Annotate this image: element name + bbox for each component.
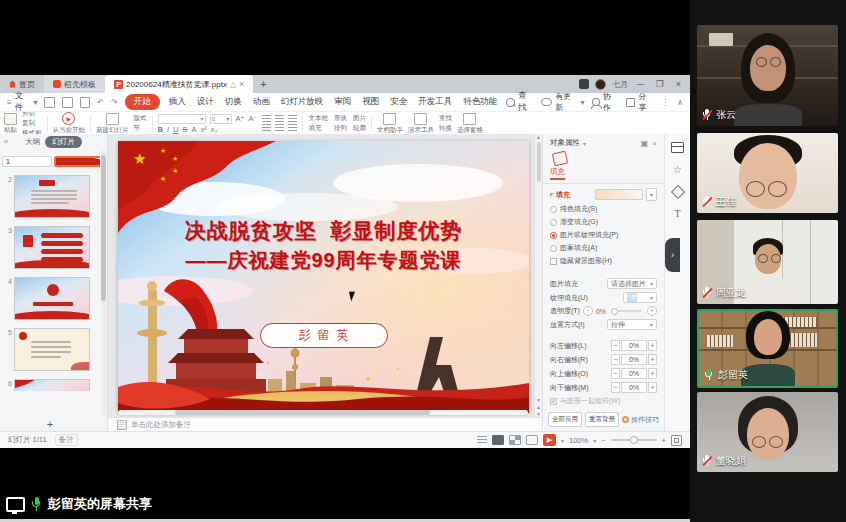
collapse-panel-icon[interactable]: « — [4, 137, 8, 146]
reading-view-icon[interactable] — [526, 435, 538, 445]
tab-slides[interactable]: 幻灯片 — [45, 136, 82, 148]
zoom-caret[interactable]: ▾ — [593, 437, 596, 444]
copy-button[interactable]: 复制 — [22, 119, 42, 128]
new-slide-button[interactable]: 新建幻灯片 — [96, 113, 129, 135]
underline-button[interactable]: U — [173, 125, 178, 134]
offset-right-plus[interactable]: + — [648, 354, 657, 365]
participant-video-wangjia[interactable]: 王佳 — [697, 133, 838, 213]
print-icon[interactable] — [62, 97, 73, 108]
rotate-with-shape-checkbox[interactable]: ✓ — [550, 398, 557, 405]
present-tools-button[interactable]: 演示工具 — [408, 113, 434, 135]
offset-down-minus[interactable]: − — [611, 382, 620, 393]
offset-up-plus[interactable]: + — [648, 368, 657, 379]
slide-canvas[interactable]: ★ ★ ★ ★ ★ — [118, 141, 529, 413]
tab-document[interactable]: P 20200624精准扶贫党课.pptx △ × — [105, 75, 253, 93]
convert-button[interactable]: 转换 — [439, 124, 452, 133]
menu-tab-transition[interactable]: 切换 — [223, 95, 244, 109]
update-button[interactable]: 有更新 ▾ — [541, 91, 584, 113]
slide-editor[interactable]: ★ ★ ★ ★ ★ — [108, 134, 542, 431]
redo-icon[interactable]: ↷ — [111, 98, 118, 107]
tab-docer-templates[interactable]: 稻壳模板 — [44, 75, 105, 93]
textbox-button[interactable]: 文本框 — [308, 114, 328, 123]
align-right-icon[interactable] — [288, 124, 297, 132]
close-window-button[interactable]: × — [673, 79, 684, 89]
text-panel-icon[interactable]: T — [674, 209, 680, 219]
account-avatar[interactable] — [595, 79, 606, 90]
offset-left-plus[interactable]: + — [648, 340, 657, 351]
transparency-plus-button[interactable]: + — [647, 306, 657, 316]
zoom-level[interactable]: 100% — [569, 436, 588, 445]
menu-tab-devtools[interactable]: 开发工具 — [416, 95, 454, 109]
restore-button[interactable]: ❐ — [653, 79, 667, 89]
arrange-button[interactable]: 排列 — [334, 124, 347, 133]
collapse-panel-tab[interactable]: › — [665, 238, 680, 272]
collapse-ribbon-icon[interactable]: ∧ — [677, 98, 683, 107]
slide-thumbnail-5[interactable] — [14, 328, 90, 371]
menu-tab-view[interactable]: 视图 — [360, 95, 381, 109]
transparency-minus-button[interactable]: − — [583, 306, 593, 316]
apply-all-button[interactable]: 全部应用 — [548, 412, 582, 427]
properties-panel-icon[interactable] — [671, 142, 684, 153]
play-from-current-button[interactable]: ▶ 从当前开始 — [53, 112, 86, 135]
menu-tab-design[interactable]: 设计 — [195, 95, 216, 109]
add-slide-button[interactable]: + — [0, 418, 100, 430]
superscript-button[interactable]: x² — [200, 125, 206, 134]
doc-assistant-button[interactable]: 文档助手 — [377, 113, 403, 135]
indent-icon[interactable] — [288, 115, 297, 123]
increase-font-icon[interactable]: A⁺ — [236, 114, 245, 123]
placement-dropdown[interactable]: 拉伸▾ — [607, 319, 657, 330]
participant-video-zhangyun[interactable]: 张云 — [697, 25, 838, 126]
offset-up-minus[interactable]: − — [611, 368, 620, 379]
close-tab-icon[interactable]: × — [239, 79, 244, 89]
zoom-out-button[interactable]: − — [601, 436, 605, 445]
tips-link[interactable]: 操作技巧 — [622, 415, 659, 425]
shapes-button[interactable]: 形状 — [334, 114, 347, 123]
undo-icon[interactable]: ↶ — [97, 98, 104, 107]
slide-sorter-icon[interactable] — [509, 435, 521, 445]
offset-down-plus[interactable]: + — [648, 382, 657, 393]
file-menu[interactable]: ≡ 文件 ▾ — [7, 90, 37, 114]
offset-right-value[interactable]: 0% — [621, 354, 647, 365]
menu-tab-security[interactable]: 安全 — [388, 95, 409, 109]
offset-right-minus[interactable]: − — [611, 354, 620, 365]
slide-thumbnail-1[interactable] — [54, 156, 100, 167]
menu-tab-slideshow[interactable]: 幻灯片放映 — [279, 95, 326, 109]
decrease-font-icon[interactable]: A⁻ — [248, 114, 257, 123]
thumbnail-scrollbar[interactable] — [101, 150, 106, 415]
close-panel-icon[interactable]: × — [652, 139, 657, 148]
fill-color-swatch[interactable] — [595, 189, 643, 200]
italic-button[interactable]: I — [167, 125, 169, 134]
offset-left-minus[interactable]: − — [611, 340, 620, 351]
fit-slide-icon[interactable] — [671, 435, 682, 446]
fill-tab[interactable]: 填充 — [550, 152, 572, 180]
font-name-combobox[interactable]: ▾ — [158, 114, 206, 124]
menu-tab-insert[interactable]: 插入 — [167, 95, 188, 109]
more-options-icon[interactable]: ⋮ — [661, 98, 669, 107]
hide-background-checkbox[interactable] — [550, 258, 557, 265]
strikethrough-button[interactable]: S — [182, 125, 187, 134]
slide-thumbnail-2[interactable] — [14, 175, 90, 218]
fill-color-dropdown[interactable]: ▾ — [646, 188, 657, 201]
slideshow-play-button[interactable]: ▶ — [543, 434, 556, 446]
participant-video-pengliuying[interactable]: 彭留英 — [697, 309, 838, 388]
find-button[interactable]: 查找 — [439, 114, 452, 123]
chevron-down-icon[interactable]: ▾ — [583, 140, 586, 147]
scroll-up-icon[interactable]: ▲ — [536, 134, 541, 140]
fill-button[interactable]: 填充 — [308, 124, 328, 133]
notes-bar[interactable]: 单击此处添加备注 — [108, 417, 542, 431]
offset-up-value[interactable]: 0% — [621, 368, 647, 379]
menu-tab-home[interactable]: 开始 — [125, 94, 160, 110]
menu-tab-review[interactable]: 审阅 — [332, 95, 353, 109]
number-list-icon[interactable] — [275, 115, 284, 123]
slide-thumbnail-6[interactable] — [14, 379, 90, 391]
picture-button[interactable]: 图片 — [353, 114, 366, 123]
preview-icon[interactable] — [80, 97, 91, 108]
pin-icon[interactable]: ▣ — [641, 139, 649, 148]
slide-thumbnail-4[interactable] — [14, 277, 90, 320]
participant-video-dongxiaojuan[interactable]: 董晓娟 — [697, 392, 838, 472]
scroll-down-icon[interactable]: ▼ — [536, 397, 541, 403]
radio-solid-fill[interactable] — [550, 206, 557, 213]
offset-down-value[interactable]: 0% — [621, 382, 647, 393]
save-icon[interactable] — [44, 97, 55, 108]
zoom-slider[interactable] — [611, 439, 657, 441]
